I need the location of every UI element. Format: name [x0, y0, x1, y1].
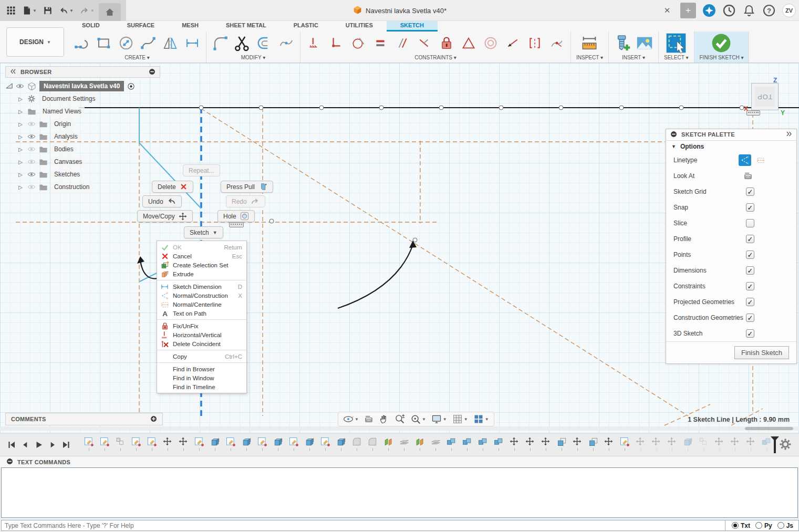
close-tab-icon[interactable]: ✕ — [660, 4, 674, 17]
tool-mirror[interactable] — [162, 34, 179, 52]
marking-menu-redo-button[interactable]: Redo — [226, 195, 265, 207]
comments-bar[interactable]: COMMENTS — [5, 413, 163, 425]
group-label-inspect[interactable]: INSPECT ▾ — [576, 55, 603, 62]
timeline-feature-extrude[interactable] — [305, 437, 315, 447]
menu-item-find-in-timeline[interactable]: Find in Timeline — [157, 382, 246, 391]
timeline-feature-combine[interactable] — [447, 437, 456, 447]
tool-symmetry[interactable] — [526, 34, 543, 52]
nav-grid-button[interactable]: ▼ — [451, 413, 470, 425]
expand-caret-icon[interactable]: ▷ — [17, 147, 24, 152]
tool-finish-check[interactable] — [713, 34, 730, 52]
timeline-feature-sketch[interactable] — [289, 437, 299, 447]
playback-skip-start-button[interactable] — [6, 440, 17, 450]
nav-display-button[interactable]: ▼ — [430, 413, 449, 425]
timeline-feature-move-suppressed[interactable] — [714, 437, 724, 447]
visibility-eye-icon[interactable] — [27, 170, 36, 179]
timeline-feature-split[interactable] — [383, 437, 393, 447]
timeline-feature-move[interactable] — [510, 437, 520, 447]
browser-item-document-settings[interactable]: ▷Document Settings — [17, 92, 160, 105]
tab-surface[interactable]: SURFACE — [113, 21, 169, 32]
menu-item-ok[interactable]: OKReturn — [157, 243, 246, 252]
tool-curvature[interactable] — [548, 34, 565, 52]
tab-mesh[interactable]: MESH — [168, 21, 212, 32]
marking-menu-sketch-button[interactable]: Sketch▼ — [184, 226, 223, 238]
playback-play-button[interactable] — [34, 440, 44, 450]
tab-utilities[interactable]: UTILITIES — [332, 21, 387, 32]
expand-caret-icon[interactable]: ▷ — [17, 172, 24, 178]
timeline-feature-component-suppressed[interactable] — [699, 437, 709, 447]
tool-fillet[interactable] — [212, 34, 229, 52]
checkbox-profile[interactable]: ✓ — [746, 235, 754, 243]
menu-item-create-selection-set[interactable]: Create Selection Set — [157, 260, 246, 269]
browser-item-origin[interactable]: ▷Origin — [17, 118, 160, 130]
timeline-feature-sketch[interactable] — [147, 437, 157, 447]
tool-perpendicular[interactable] — [416, 34, 433, 52]
nav-zoom-button[interactable] — [393, 413, 407, 425]
timeline-feature-extrude[interactable] — [242, 437, 252, 447]
timeline-feature-split[interactable] — [415, 437, 425, 447]
tool-circle[interactable] — [118, 34, 134, 52]
tool-tangent[interactable] — [350, 34, 367, 52]
menu-item-copy[interactable]: CopyCtrl+C — [157, 352, 246, 361]
tool-insert-bolt[interactable] — [614, 34, 631, 52]
tool-midpoint-triangle[interactable] — [460, 34, 477, 52]
menu-item-text-on-path[interactable]: AText on Path — [157, 309, 246, 318]
timeline-feature-sketch[interactable] — [620, 437, 630, 447]
checkbox-snap[interactable]: ✓ — [746, 203, 754, 212]
expand-caret-icon[interactable]: ▷ — [17, 121, 24, 127]
tool-measure[interactable] — [581, 34, 598, 52]
marking-menu-move-copy-button[interactable]: Move/Copy — [137, 210, 193, 222]
group-label-finish-sketch[interactable]: FINISH SKETCH ▾ — [700, 55, 744, 62]
visibility-eye-off-icon[interactable] — [27, 158, 36, 166]
timeline-feature-fillet[interactable] — [368, 437, 378, 447]
tool-fix-lock[interactable] — [438, 34, 455, 52]
tool-insert-image[interactable] — [636, 34, 653, 52]
timeline-feature-move[interactable] — [179, 437, 189, 447]
workspace-switcher[interactable]: DESIGN ▼ — [6, 27, 64, 57]
tool-line[interactable] — [74, 34, 90, 52]
checkbox-points[interactable]: ✓ — [746, 251, 754, 259]
document-tab[interactable]: Navestni lavka Svetla v40* — [352, 0, 447, 21]
timeline-feature-fillet[interactable] — [352, 437, 362, 447]
browser-item-bodies[interactable]: ▷Bodies — [17, 143, 160, 155]
visibility-eye-icon[interactable] — [27, 132, 36, 141]
timeline-feature-combine[interactable] — [494, 437, 504, 447]
timeline-feature-move-suppressed[interactable] — [746, 437, 756, 447]
scrollbar-thumb[interactable] — [745, 427, 793, 430]
checkbox-construction-geometries[interactable]: ✓ — [746, 314, 754, 322]
timeline-feature-sketch[interactable] — [131, 437, 141, 447]
menu-item-horizontal-vertical[interactable]: Horizontal/Vertical — [157, 330, 246, 339]
marking-menu-hole-button[interactable]: Hole — [217, 210, 255, 222]
group-label-modify[interactable]: MODIFY ▾ — [241, 55, 266, 62]
timeline-feature-move[interactable] — [573, 437, 583, 447]
timeline-feature-extrude[interactable] — [273, 437, 283, 447]
menu-item-extrude[interactable]: Extrude — [157, 269, 246, 278]
text-command-input[interactable] — [1, 520, 725, 531]
menu-item-normal-centerline[interactable]: Normal/Centerline — [157, 300, 246, 309]
timeline-feature-sketch[interactable] — [226, 437, 236, 447]
dock-right-icon[interactable] — [786, 131, 792, 138]
sketch-canvas[interactable]: BROWSER Navestni lavka Svetla v40▷Docume… — [0, 63, 799, 433]
tool-spline[interactable] — [140, 34, 157, 52]
timeline-feature-mirror[interactable] — [588, 437, 598, 447]
tool-offset[interactable] — [256, 34, 273, 52]
notifications-bell-icon[interactable] — [742, 4, 756, 17]
visibility-eye-off-icon[interactable] — [27, 145, 36, 153]
browser-item-named-views[interactable]: ▷Named Views — [17, 105, 160, 118]
checkbox-constraints[interactable]: ✓ — [746, 282, 754, 290]
timeline-feature-move-suppressed[interactable] — [651, 437, 661, 447]
finish-sketch-button[interactable]: Finish Sketch — [734, 346, 789, 359]
timeline-feature-combine[interactable] — [478, 437, 488, 447]
menu-item-normal-construction[interactable]: Normal/ConstructionX — [157, 291, 246, 300]
redo-button[interactable]: ▼ — [78, 4, 97, 17]
tool-horizontal-vertical[interactable] — [306, 34, 323, 52]
timeline-feature-component[interactable] — [116, 437, 126, 447]
timeline-feature-move[interactable] — [541, 437, 551, 447]
timeline-feature-move-suppressed[interactable] — [730, 437, 740, 447]
nav-viewports-button[interactable]: ▼ — [472, 413, 491, 425]
playback-skip-end-button[interactable] — [61, 440, 71, 450]
expand-caret-icon[interactable] — [5, 82, 13, 91]
mode-radio-js[interactable]: Js — [777, 522, 793, 529]
menu-item-sketch-dimension[interactable]: Sketch DimensionD — [157, 282, 246, 291]
timeline-feature-extrude[interactable] — [336, 437, 346, 447]
